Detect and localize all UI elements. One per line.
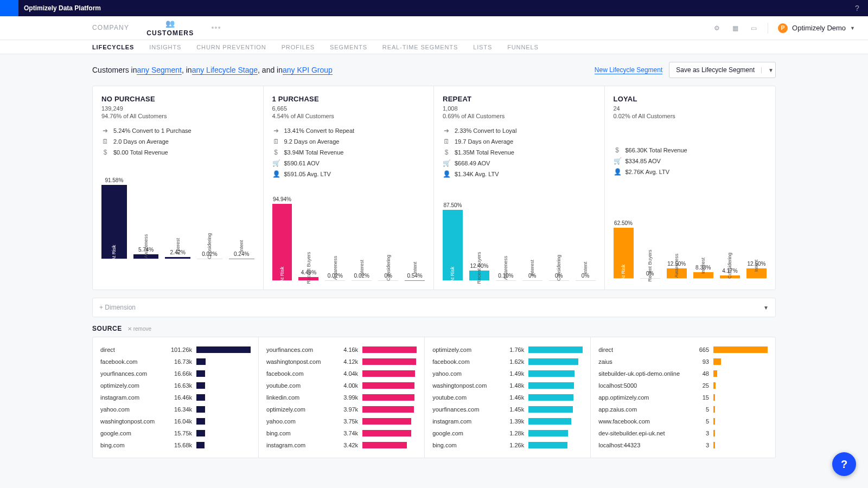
bar-interest[interactable]: 8.33%Interest: [693, 189, 713, 279]
add-dimension-button[interactable]: + Dimension ▼: [92, 298, 776, 317]
source-row[interactable]: washingtonpost.com 16.04k: [100, 415, 251, 427]
source-row[interactable]: facebook.com 4.04k: [266, 368, 417, 380]
subnav-tab-real-time-segments[interactable]: REAL-TIME SEGMENTS: [382, 44, 458, 50]
source-row[interactable]: sitebuilder-uk.opti-demo.online 48: [598, 368, 768, 380]
source-bar: [362, 430, 411, 436]
bar-interest[interactable]: 2.42%Interest: [165, 169, 190, 259]
bar-recent-buyers[interactable]: 12.40%Recent Buyers: [469, 191, 489, 281]
source-row[interactable]: facebook.com 1.62k: [432, 356, 583, 368]
bar-intent[interactable]: 0%Intent: [576, 191, 596, 281]
nav-tab-company[interactable]: COMPANY: [92, 24, 129, 31]
filter-kpi[interactable]: any KPI Group: [283, 66, 333, 75]
source-row[interactable]: yahoo.com 1.49k: [432, 368, 583, 380]
bar-considering[interactable]: 4.17%Considering: [720, 189, 740, 279]
bar-at-risk[interactable]: 62.50%At Risk: [614, 189, 634, 279]
subnav-tab-insights[interactable]: INSIGHTS: [149, 44, 181, 50]
subnav-tab-profiles[interactable]: PROFILES: [282, 44, 315, 50]
bar-considering[interactable]: 0.02%Considering: [197, 169, 222, 259]
bar-at-risk[interactable]: 87.50%At Risk: [443, 191, 463, 281]
source-row[interactable]: youtube.com 4.00k: [266, 380, 417, 391]
help-icon[interactable]: ?: [846, 4, 868, 12]
source-row[interactable]: localhost:5000 25: [598, 380, 768, 391]
source-row[interactable]: yahoo.com 3.75k: [266, 415, 417, 427]
source-row[interactable]: washingtonpost.com 1.48k: [432, 380, 583, 391]
subnav-tab-funnels[interactable]: FUNNELS: [507, 44, 539, 50]
account-switcher[interactable]: P Optimizely Demo ▼: [778, 23, 855, 33]
source-row[interactable]: yourfinances.com 4.16k: [266, 344, 417, 356]
source-name: dev-sitebuilder.epi-uk.net: [598, 430, 680, 436]
source-row[interactable]: optimizely.com 16.63k: [100, 380, 251, 391]
nav-tab-more[interactable]: •••: [211, 23, 221, 33]
source-row[interactable]: washingtonpost.com 4.12k: [266, 356, 417, 368]
save-lifecycle-segment-button[interactable]: Save as Lifecycle Segment ▼: [669, 62, 776, 78]
source-row[interactable]: facebook.com 16.73k: [100, 356, 251, 368]
bar-intent[interactable]: 0.54%Intent: [405, 191, 425, 281]
filter-segment[interactable]: any Segment: [137, 66, 182, 75]
source-row[interactable]: instagram.com 16.46k: [100, 391, 251, 403]
subnav-tab-lists[interactable]: LISTS: [473, 44, 492, 50]
bar-awareness[interactable]: 0.10%Awareness: [496, 191, 516, 281]
book-icon[interactable]: ▭: [749, 24, 758, 33]
subnav-tab-lifecycles[interactable]: LIFECYCLES: [92, 44, 134, 50]
bar-interest[interactable]: 0%Interest: [522, 191, 542, 281]
source-row[interactable]: youtube.com 1.46k: [432, 391, 583, 403]
source-row[interactable]: direct 101.26k: [100, 344, 251, 356]
source-row[interactable]: bing.com 15.68k: [100, 439, 251, 451]
apps-icon[interactable]: ▦: [731, 24, 739, 33]
source-value: 1.28k: [499, 430, 524, 436]
source-row[interactable]: www.facebook.com 5: [598, 415, 768, 427]
bar-recent-buyers[interactable]: 4.49%Recent Buyers: [298, 191, 318, 281]
source-bar-track: [713, 370, 768, 377]
source-row[interactable]: app.optimizely.com 15: [598, 391, 768, 403]
bar-considering[interactable]: 0%Considering: [378, 191, 398, 281]
bar-at-risk[interactable]: 94.94%At Risk: [272, 191, 292, 281]
source-row[interactable]: instagram.com 3.42k: [266, 439, 417, 451]
bar-awareness[interactable]: 5.74%Awareness: [133, 169, 159, 259]
source-bar: [713, 406, 715, 413]
source-bar: [196, 346, 251, 353]
source-name: instagram.com: [432, 418, 495, 425]
new-lifecycle-segment-link[interactable]: New Lifecycle Segment: [595, 66, 662, 74]
filter-stage[interactable]: any Lifecycle Stage: [192, 66, 258, 75]
bar-intent[interactable]: 12.50%Intent: [746, 189, 767, 279]
source-row[interactable]: app.zaius.com 5: [598, 403, 768, 415]
source-row[interactable]: yourfinances.com 16.66k: [100, 368, 251, 380]
source-remove-button[interactable]: ✕ remove: [127, 326, 151, 332]
gear-icon[interactable]: ⚙: [712, 24, 721, 33]
source-bar-track: [713, 442, 768, 448]
source-row[interactable]: google.com 15.75k: [100, 427, 251, 439]
source-row[interactable]: linkedin.com 3.99k: [266, 391, 417, 403]
source-row[interactable]: localhost:44323 3: [598, 439, 768, 451]
bar-considering[interactable]: 0%Considering: [549, 191, 569, 281]
subnav-tab-segments[interactable]: SEGMENTS: [330, 44, 367, 50]
source-name: washingtonpost.com: [266, 358, 329, 365]
bar-rect: Interest: [522, 280, 542, 281]
source-row[interactable]: yourfinances.com 1.45k: [432, 403, 583, 415]
bar-interest[interactable]: 0.02%Interest: [352, 191, 372, 281]
source-row[interactable]: google.com 1.28k: [432, 427, 583, 439]
source-column: direct 101.26k facebook.com 16.73k yourf…: [93, 337, 259, 458]
bar-rot-label: Considering: [386, 255, 391, 281]
source-name: yahoo.com: [100, 406, 163, 413]
bar-intent[interactable]: 0.24%Intent: [229, 169, 254, 259]
bar-at-risk[interactable]: 91.58%At Risk: [101, 169, 127, 259]
source-row[interactable]: dev-sitebuilder.epi-uk.net 3: [598, 427, 768, 439]
source-row[interactable]: optimizely.com 1.76k: [432, 344, 583, 356]
bar-awareness[interactable]: 0.02%Awareness: [325, 191, 345, 281]
source-row[interactable]: bing.com 3.74k: [266, 427, 417, 439]
bar-awareness[interactable]: 12.50%Awareness: [667, 189, 687, 279]
source-row[interactable]: yahoo.com 16.34k: [100, 403, 251, 415]
source-bar-track: [528, 382, 583, 389]
source-row[interactable]: zaius 93: [598, 356, 768, 368]
metric-text: $66.30K Total Revenue: [626, 147, 687, 153]
bar-recent-buyers[interactable]: 0%Recent Buyers: [640, 189, 660, 279]
chevron-down-icon[interactable]: ▼: [761, 67, 775, 73]
subnav-tab-churn-prevention[interactable]: CHURN PREVENTION: [196, 44, 266, 50]
nav-tab-customers[interactable]: 👥 CUSTOMERS: [146, 19, 194, 37]
help-fab[interactable]: ?: [832, 452, 856, 476]
source-row[interactable]: optimizely.com 3.97k: [266, 403, 417, 415]
source-row[interactable]: instagram.com 1.39k: [432, 415, 583, 427]
source-row[interactable]: bing.com 1.26k: [432, 439, 583, 451]
source-value: 3.75k: [333, 418, 358, 425]
source-row[interactable]: direct 665: [598, 344, 768, 356]
